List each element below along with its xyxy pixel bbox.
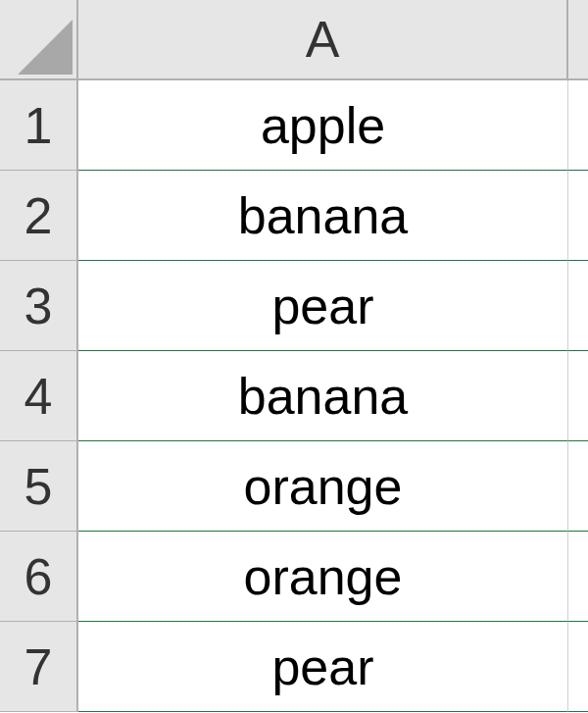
cell-A5[interactable]: orange <box>78 441 568 532</box>
row-header-7[interactable]: 7 <box>0 622 78 712</box>
row-header-5[interactable]: 5 <box>0 441 78 532</box>
cell-A3[interactable]: pear <box>78 261 568 351</box>
cell-edge <box>568 261 588 351</box>
cell-A2[interactable]: banana <box>78 171 568 261</box>
select-all-corner[interactable] <box>0 0 78 80</box>
cell-edge <box>568 351 588 441</box>
cell-edge <box>568 532 588 622</box>
row-header-3[interactable]: 3 <box>0 261 78 351</box>
cell-edge <box>568 441 588 532</box>
column-header-edge <box>568 0 588 80</box>
row-header-6[interactable]: 6 <box>0 532 78 622</box>
row-header-1[interactable]: 1 <box>0 80 78 171</box>
svg-marker-0 <box>18 20 73 75</box>
cell-edge <box>568 622 588 712</box>
cell-A7[interactable]: pear <box>78 622 568 712</box>
cell-A6[interactable]: orange <box>78 532 568 622</box>
select-all-triangle-icon <box>18 20 73 75</box>
cell-edge <box>568 80 588 171</box>
row-header-4[interactable]: 4 <box>0 351 78 441</box>
cell-A4[interactable]: banana <box>78 351 568 441</box>
column-header-A[interactable]: A <box>78 0 568 80</box>
cell-edge <box>568 171 588 261</box>
spreadsheet-grid: A 1 apple 2 banana 3 pear 4 banana 5 ora… <box>0 0 588 712</box>
cell-A1[interactable]: apple <box>78 80 568 171</box>
row-header-2[interactable]: 2 <box>0 171 78 261</box>
